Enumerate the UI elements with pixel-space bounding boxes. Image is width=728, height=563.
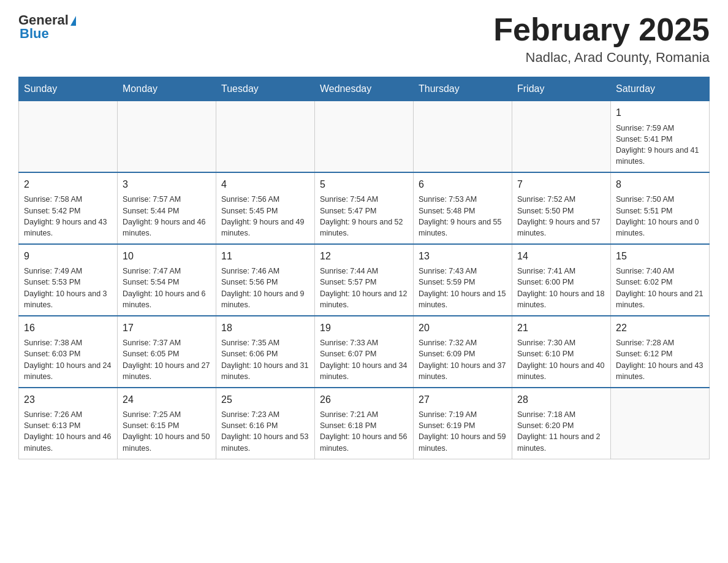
day-info: Sunrise: 7:53 AMSunset: 5:48 PMDaylight:… <box>419 194 507 239</box>
day-number: 10 <box>123 250 211 263</box>
calendar-cell: 4Sunrise: 7:56 AMSunset: 5:45 PMDaylight… <box>216 172 315 244</box>
day-number: 17 <box>123 321 211 335</box>
calendar-table: SundayMondayTuesdayWednesdayThursdayFrid… <box>18 77 710 459</box>
day-number: 9 <box>24 250 112 263</box>
calendar-cell: 14Sunrise: 7:41 AMSunset: 6:00 PMDayligh… <box>512 244 611 316</box>
day-number: 7 <box>517 178 605 191</box>
calendar-cell: 9Sunrise: 7:49 AMSunset: 5:53 PMDaylight… <box>19 244 118 316</box>
calendar-cell <box>315 101 414 172</box>
day-info: Sunrise: 7:32 AMSunset: 6:09 PMDaylight:… <box>419 337 507 382</box>
day-number: 15 <box>616 250 704 263</box>
calendar-cell: 27Sunrise: 7:19 AMSunset: 6:19 PMDayligh… <box>414 388 512 459</box>
calendar-cell <box>512 101 611 172</box>
calendar-cell: 12Sunrise: 7:44 AMSunset: 5:57 PMDayligh… <box>315 244 414 316</box>
header: General Blue February 2025 Nadlac, Arad … <box>18 12 710 66</box>
calendar-cell: 17Sunrise: 7:37 AMSunset: 6:05 PMDayligh… <box>118 316 216 388</box>
day-number: 2 <box>24 178 112 191</box>
calendar-cell: 2Sunrise: 7:58 AMSunset: 5:42 PMDaylight… <box>19 172 118 244</box>
day-info: Sunrise: 7:46 AMSunset: 5:56 PMDaylight:… <box>221 266 309 310</box>
day-info: Sunrise: 7:41 AMSunset: 6:00 PMDaylight:… <box>517 266 605 310</box>
day-number: 28 <box>517 393 605 407</box>
calendar-cell: 7Sunrise: 7:52 AMSunset: 5:50 PMDaylight… <box>512 172 611 244</box>
calendar-cell: 5Sunrise: 7:54 AMSunset: 5:47 PMDaylight… <box>315 172 414 244</box>
day-info: Sunrise: 7:25 AMSunset: 6:15 PMDaylight:… <box>123 409 211 454</box>
day-number: 4 <box>221 178 309 191</box>
day-info: Sunrise: 7:38 AMSunset: 6:03 PMDaylight:… <box>24 337 112 382</box>
calendar-cell: 23Sunrise: 7:26 AMSunset: 6:13 PMDayligh… <box>19 388 118 459</box>
day-number: 1 <box>616 106 704 120</box>
calendar-cell: 18Sunrise: 7:35 AMSunset: 6:06 PMDayligh… <box>216 316 315 388</box>
calendar-cell: 8Sunrise: 7:50 AMSunset: 5:51 PMDaylight… <box>611 172 710 244</box>
day-number: 11 <box>221 250 309 263</box>
day-info: Sunrise: 7:58 AMSunset: 5:42 PMDaylight:… <box>24 194 112 239</box>
day-info: Sunrise: 7:28 AMSunset: 6:12 PMDaylight:… <box>616 337 704 382</box>
day-number: 6 <box>419 178 507 191</box>
calendar-cell: 28Sunrise: 7:18 AMSunset: 6:20 PMDayligh… <box>512 388 611 459</box>
week-row-5: 23Sunrise: 7:26 AMSunset: 6:13 PMDayligh… <box>19 388 710 459</box>
day-number: 18 <box>221 321 309 335</box>
day-info: Sunrise: 7:49 AMSunset: 5:53 PMDaylight:… <box>24 266 112 310</box>
day-number: 23 <box>24 393 112 407</box>
day-info: Sunrise: 7:54 AMSunset: 5:47 PMDaylight:… <box>320 194 408 239</box>
calendar-cell: 19Sunrise: 7:33 AMSunset: 6:07 PMDayligh… <box>315 316 414 388</box>
logo-text-blue: Blue <box>20 26 49 42</box>
day-info: Sunrise: 7:37 AMSunset: 6:05 PMDaylight:… <box>123 337 211 382</box>
weekday-header-sunday: Sunday <box>19 77 118 101</box>
weekday-header-monday: Monday <box>118 77 216 101</box>
calendar-cell <box>216 101 315 172</box>
day-number: 21 <box>517 321 605 335</box>
day-number: 20 <box>419 321 507 335</box>
logo-triangle-icon <box>70 16 76 26</box>
day-number: 19 <box>320 321 408 335</box>
day-info: Sunrise: 7:23 AMSunset: 6:16 PMDaylight:… <box>221 409 309 454</box>
week-row-4: 16Sunrise: 7:38 AMSunset: 6:03 PMDayligh… <box>19 316 710 388</box>
calendar-cell: 21Sunrise: 7:30 AMSunset: 6:10 PMDayligh… <box>512 316 611 388</box>
weekday-header-thursday: Thursday <box>414 77 512 101</box>
week-row-3: 9Sunrise: 7:49 AMSunset: 5:53 PMDaylight… <box>19 244 710 316</box>
weekday-header-friday: Friday <box>512 77 611 101</box>
calendar-cell: 1Sunrise: 7:59 AMSunset: 5:41 PMDaylight… <box>611 101 710 172</box>
day-info: Sunrise: 7:47 AMSunset: 5:54 PMDaylight:… <box>123 266 211 310</box>
day-number: 14 <box>517 250 605 263</box>
day-info: Sunrise: 7:57 AMSunset: 5:44 PMDaylight:… <box>123 194 211 239</box>
day-number: 12 <box>320 250 408 263</box>
calendar-cell: 11Sunrise: 7:46 AMSunset: 5:56 PMDayligh… <box>216 244 315 316</box>
weekday-header-tuesday: Tuesday <box>216 77 315 101</box>
day-number: 26 <box>320 393 408 407</box>
day-info: Sunrise: 7:44 AMSunset: 5:57 PMDaylight:… <box>320 266 408 310</box>
calendar-cell <box>611 388 710 459</box>
day-number: 13 <box>419 250 507 263</box>
weekday-header-saturday: Saturday <box>611 77 710 101</box>
day-info: Sunrise: 7:52 AMSunset: 5:50 PMDaylight:… <box>517 194 605 239</box>
calendar-cell: 10Sunrise: 7:47 AMSunset: 5:54 PMDayligh… <box>118 244 216 316</box>
calendar-cell: 26Sunrise: 7:21 AMSunset: 6:18 PMDayligh… <box>315 388 414 459</box>
calendar-cell <box>118 101 216 172</box>
calendar-cell <box>19 101 118 172</box>
day-number: 22 <box>616 321 704 335</box>
day-info: Sunrise: 7:50 AMSunset: 5:51 PMDaylight:… <box>616 194 704 239</box>
week-row-1: 1Sunrise: 7:59 AMSunset: 5:41 PMDaylight… <box>19 101 710 172</box>
calendar-cell: 24Sunrise: 7:25 AMSunset: 6:15 PMDayligh… <box>118 388 216 459</box>
calendar-subtitle: Nadlac, Arad County, Romania <box>493 50 710 66</box>
calendar-cell: 15Sunrise: 7:40 AMSunset: 6:02 PMDayligh… <box>611 244 710 316</box>
title-area: February 2025 Nadlac, Arad County, Roman… <box>493 12 710 66</box>
day-info: Sunrise: 7:26 AMSunset: 6:13 PMDaylight:… <box>24 409 112 454</box>
day-info: Sunrise: 7:59 AMSunset: 5:41 PMDaylight:… <box>616 123 704 167</box>
calendar-body: 1Sunrise: 7:59 AMSunset: 5:41 PMDaylight… <box>19 101 710 459</box>
day-info: Sunrise: 7:43 AMSunset: 5:59 PMDaylight:… <box>419 266 507 310</box>
day-number: 24 <box>123 393 211 407</box>
weekday-header-wednesday: Wednesday <box>315 77 414 101</box>
day-number: 16 <box>24 321 112 335</box>
day-number: 8 <box>616 178 704 191</box>
week-row-2: 2Sunrise: 7:58 AMSunset: 5:42 PMDaylight… <box>19 172 710 244</box>
day-info: Sunrise: 7:56 AMSunset: 5:45 PMDaylight:… <box>221 194 309 239</box>
day-info: Sunrise: 7:35 AMSunset: 6:06 PMDaylight:… <box>221 337 309 382</box>
day-info: Sunrise: 7:21 AMSunset: 6:18 PMDaylight:… <box>320 409 408 454</box>
day-info: Sunrise: 7:33 AMSunset: 6:07 PMDaylight:… <box>320 337 408 382</box>
day-number: 3 <box>123 178 211 191</box>
calendar-cell <box>414 101 512 172</box>
day-number: 25 <box>221 393 309 407</box>
calendar-cell: 16Sunrise: 7:38 AMSunset: 6:03 PMDayligh… <box>19 316 118 388</box>
calendar-cell: 6Sunrise: 7:53 AMSunset: 5:48 PMDaylight… <box>414 172 512 244</box>
day-number: 27 <box>419 393 507 407</box>
